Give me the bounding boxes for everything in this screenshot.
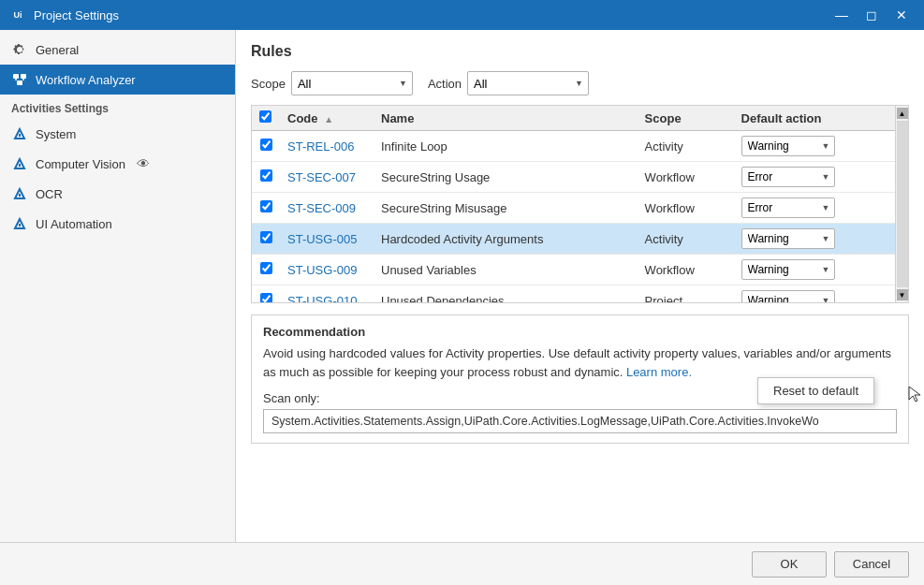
- action-select[interactable]: Warning Error Info: [741, 167, 835, 187]
- title-bar-left: Ui Project Settings: [9, 7, 119, 23]
- name-header: Name: [374, 106, 638, 131]
- select-all-checkbox[interactable]: [259, 110, 271, 123]
- row-checkbox[interactable]: [260, 262, 272, 274]
- rules-table-container: Code ▲ Name Scope Default action ST-REL-: [251, 105, 909, 303]
- row-action: Warning Error Info: [734, 224, 895, 255]
- default-action-header: Default action: [734, 106, 895, 131]
- computer-vision-icon: [11, 155, 28, 172]
- action-label: Action: [428, 77, 462, 91]
- row-scope: Activity: [638, 131, 734, 162]
- row-action: Warning Error Info: [734, 285, 895, 303]
- action-group: Action All Error Warning Info: [428, 71, 589, 95]
- row-checkbox[interactable]: [260, 231, 272, 243]
- row-checkbox-cell: [252, 255, 280, 285]
- code-header[interactable]: Code ▲: [280, 106, 374, 131]
- sidebar-item-ocr[interactable]: OCR: [0, 179, 235, 209]
- row-checkbox-cell: [252, 162, 280, 193]
- action-select[interactable]: Warning Error Info: [741, 259, 835, 280]
- sidebar-item-general[interactable]: General: [0, 35, 235, 65]
- action-select[interactable]: Warning Error Info: [741, 136, 835, 156]
- filter-toolbar: Scope All Activity Workflow Project Acti…: [251, 71, 909, 95]
- row-checkbox[interactable]: [260, 293, 272, 302]
- cancel-button[interactable]: Cancel: [834, 551, 909, 578]
- code-link[interactable]: ST-SEC-009: [287, 201, 356, 215]
- row-action: Warning Error Info: [734, 162, 895, 193]
- sidebar-item-ui-automation[interactable]: UI Automation: [0, 209, 235, 239]
- row-checkbox-cell: [252, 224, 280, 255]
- recommendation-body: Avoid using hardcoded values for Activit…: [263, 346, 891, 379]
- table-row: ST-REL-006 Infinite Loop Activity Warnin…: [252, 131, 895, 162]
- system-icon: [11, 125, 28, 142]
- svg-point-16: [19, 227, 21, 229]
- code-link[interactable]: ST-USG-010: [287, 294, 357, 303]
- eye-icon: 👁: [137, 156, 150, 171]
- row-name: Infinite Loop: [374, 131, 638, 162]
- maximize-button[interactable]: ◻: [858, 5, 885, 25]
- svg-rect-2: [17, 80, 22, 85]
- sidebar-item-workflow-analyzer[interactable]: Workflow Analyzer: [0, 65, 235, 95]
- table-row: ST-SEC-007 SecureString Usage Workflow W…: [252, 162, 895, 193]
- action-select[interactable]: Warning Error Info: [741, 290, 835, 302]
- scope-label: Scope: [251, 77, 286, 91]
- action-select[interactable]: Warning Error Info: [741, 228, 835, 249]
- row-scope: Activity: [638, 224, 734, 255]
- scroll-track: [897, 121, 908, 287]
- select-all-header: [252, 106, 280, 131]
- footer: OK Cancel: [0, 542, 924, 585]
- cursor: [907, 385, 922, 403]
- scan-only-input[interactable]: [263, 409, 897, 433]
- table-scroll[interactable]: Code ▲ Name Scope Default action ST-REL-: [252, 106, 908, 302]
- sidebar-workflow-label: Workflow Analyzer: [36, 73, 136, 87]
- row-code: ST-USG-005: [280, 224, 374, 255]
- context-menu: Reset to default: [757, 377, 874, 404]
- scroll-down-btn[interactable]: ▼: [897, 289, 908, 300]
- row-name: SecureString Usage: [374, 162, 638, 193]
- row-checkbox[interactable]: [260, 200, 272, 212]
- svg-point-13: [19, 197, 21, 199]
- gear-icon: [11, 41, 28, 58]
- row-checkbox[interactable]: [260, 139, 272, 151]
- activities-settings-section: Activities Settings: [0, 95, 235, 119]
- reset-to-default-menu-item[interactable]: Reset to default: [758, 378, 873, 403]
- sidebar-item-system[interactable]: System: [0, 119, 235, 149]
- title-bar: Ui Project Settings — ◻ ✕: [0, 0, 924, 30]
- ocr-icon: [11, 185, 28, 202]
- sort-icon: ▲: [324, 114, 333, 124]
- recommendation-text: Avoid using hardcoded values for Activit…: [263, 344, 897, 382]
- row-code: ST-SEC-007: [280, 162, 374, 193]
- row-scope: Workflow: [638, 255, 734, 285]
- row-code: ST-USG-010: [280, 285, 374, 303]
- close-button[interactable]: ✕: [888, 5, 915, 25]
- sidebar-ui-automation-label: UI Automation: [36, 217, 112, 231]
- action-filter-select[interactable]: All Error Warning Info: [467, 71, 589, 95]
- table-row: ST-USG-005 Hardcoded Activity Arguments …: [252, 224, 895, 255]
- row-scope: Workflow: [638, 162, 734, 193]
- row-code: ST-SEC-009: [280, 193, 374, 224]
- table-scrollbar[interactable]: ▲ ▼: [895, 106, 908, 302]
- sidebar-ocr-label: OCR: [36, 187, 63, 201]
- code-link[interactable]: ST-REL-006: [287, 139, 355, 154]
- sidebar-item-computer-vision[interactable]: Computer Vision 👁: [0, 149, 235, 179]
- row-checkbox-cell: [252, 131, 280, 162]
- minimize-button[interactable]: —: [829, 5, 855, 25]
- code-link[interactable]: ST-SEC-007: [287, 170, 356, 184]
- sidebar-general-label: General: [36, 43, 79, 57]
- scope-select-wrapper: All Activity Workflow Project: [291, 71, 413, 95]
- action-select-wrapper: Warning Error Info: [741, 136, 835, 156]
- action-select[interactable]: Warning Error Info: [741, 197, 835, 218]
- scope-header: Scope: [638, 106, 734, 131]
- row-name: Unused Dependencies: [374, 285, 638, 303]
- learn-more-link[interactable]: Learn more.: [626, 365, 692, 379]
- scope-select[interactable]: All Activity Workflow Project: [291, 71, 413, 95]
- row-name: Hardcoded Activity Arguments: [374, 224, 638, 255]
- row-name: Unused Variables: [374, 255, 638, 285]
- ui-automation-icon: [11, 215, 28, 232]
- ok-button[interactable]: OK: [752, 551, 827, 578]
- row-checkbox[interactable]: [260, 169, 272, 182]
- row-scope: Project: [638, 285, 734, 303]
- code-link[interactable]: ST-USG-009: [287, 263, 357, 277]
- sidebar-computer-vision-label: Computer Vision: [36, 157, 125, 171]
- svg-rect-1: [21, 74, 26, 79]
- scroll-up-btn[interactable]: ▲: [897, 108, 908, 119]
- code-link[interactable]: ST-USG-005: [287, 232, 357, 246]
